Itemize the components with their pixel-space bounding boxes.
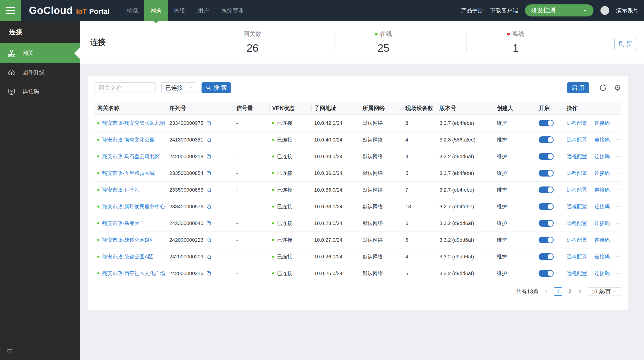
gateway-name-link[interactable]: 翔安市政-翔安交警大队北侧 <box>102 120 165 127</box>
enable-toggle[interactable] <box>538 237 554 243</box>
connect-code-link[interactable]: 连接码 <box>594 203 610 210</box>
status-dot-icon <box>97 239 100 241</box>
enable-toggle[interactable] <box>538 270 554 277</box>
remote-config-link[interactable]: 远程配置 <box>567 153 587 160</box>
more-actions-link[interactable]: ··· <box>617 153 621 159</box>
connect-code-link[interactable]: 连接码 <box>594 237 610 244</box>
gateway-name-input[interactable] <box>94 82 156 93</box>
page-button-1[interactable]: 1 <box>554 287 562 296</box>
refresh-table-button[interactable] <box>599 84 607 92</box>
connect-code-link[interactable]: 连接码 <box>594 153 610 160</box>
more-actions-link[interactable]: ··· <box>617 187 621 193</box>
enable-toggle[interactable] <box>538 220 554 227</box>
more-actions-link[interactable]: ··· <box>617 254 621 260</box>
remote-config-link[interactable]: 远程配置 <box>567 203 587 210</box>
enable-toggle[interactable] <box>538 153 554 160</box>
env-selector-dropdown[interactable]: 研发挂测 <box>525 5 594 17</box>
creator-cell: 维护 <box>494 203 536 210</box>
gateway-name-link[interactable]: 翔安市政-新圩便民服务中心 <box>102 203 165 210</box>
sidebar-item-label: 网关 <box>22 49 34 57</box>
remote-config-link[interactable]: 远程配置 <box>567 253 587 260</box>
gateway-name-link[interactable]: 翔安市政-五星路贡香城 <box>102 170 155 177</box>
collapse-sidebar-button[interactable] <box>6 347 14 356</box>
copy-serial-button[interactable] <box>206 271 212 276</box>
more-actions-link[interactable]: ··· <box>617 237 621 243</box>
enable-toggle[interactable] <box>538 187 554 193</box>
copy-serial-button[interactable] <box>206 237 212 243</box>
search-button[interactable]: 搜 索 <box>202 82 231 93</box>
more-actions-link[interactable]: ··· <box>617 204 621 210</box>
remote-config-link[interactable]: 远程配置 <box>567 237 587 244</box>
enable-toggle[interactable] <box>538 170 554 176</box>
enable-toggle[interactable] <box>538 136 554 143</box>
remote-config-link[interactable]: 远程配置 <box>567 220 587 227</box>
remote-config-link[interactable]: 远程配置 <box>567 170 587 177</box>
more-actions-link[interactable]: ··· <box>617 270 621 276</box>
network-cell: 默认网络 <box>360 136 402 143</box>
remote-config-link[interactable]: 远程配置 <box>567 136 587 143</box>
gateway-name-link[interactable]: 翔安市政-前庵文化公园 <box>102 136 155 143</box>
more-actions-link[interactable]: ··· <box>617 170 621 176</box>
gateway-name-link[interactable]: 翔安市政-乌石盘公司北区 <box>102 153 160 160</box>
page-button-2[interactable]: 2 <box>567 288 572 295</box>
enable-button[interactable]: 启 用 <box>567 82 589 93</box>
gateway-name-link[interactable]: 翔安市政-鼓锣公园B区 <box>102 237 153 244</box>
more-actions-link[interactable]: ··· <box>617 120 621 126</box>
copy-serial-button[interactable] <box>206 120 212 126</box>
enable-toggle[interactable] <box>538 203 554 210</box>
more-actions-link[interactable]: ··· <box>617 137 621 143</box>
product-manual-link[interactable]: 产品手册 <box>461 7 483 14</box>
copy-serial-button[interactable] <box>206 170 212 176</box>
copy-serial-button[interactable] <box>206 154 212 159</box>
copy-serial-button[interactable] <box>206 204 212 209</box>
nav-item-overview[interactable]: 概览 <box>121 0 144 21</box>
nav-item-system-admin[interactable]: 系统管理 <box>215 0 250 21</box>
refresh-stats-button[interactable]: 刷 新 <box>614 38 636 50</box>
connect-code-link[interactable]: 连接码 <box>594 120 610 127</box>
remote-config-link[interactable]: 远程配置 <box>567 120 587 127</box>
sidebar-item-firmware-upgrade[interactable]: 固件升级 <box>0 63 80 82</box>
page-size-select[interactable]: 10 条/页 <box>588 287 621 296</box>
menu-toggle-button[interactable] <box>0 0 20 21</box>
chevron-down-icon <box>188 85 193 90</box>
copy-serial-button[interactable] <box>206 254 212 259</box>
connect-code-link[interactable]: 连接码 <box>594 253 610 260</box>
avatar[interactable] <box>600 6 609 15</box>
sidebar-item-connect-code[interactable]: 连接码 <box>0 82 80 101</box>
download-client-link[interactable]: 下载客户端 <box>490 7 518 14</box>
gateway-name-link[interactable]: 翔安市政-西亭社区文化广场 <box>102 270 165 277</box>
toggle-knob <box>548 187 553 193</box>
remote-config-link[interactable]: 远程配置 <box>567 270 587 277</box>
gateway-name-link[interactable]: 翔安市政-种子站 <box>102 187 140 194</box>
prev-page-button[interactable] <box>544 289 549 294</box>
version-cell: 3.2.7 (eb4febe) <box>437 204 494 210</box>
connect-code-link[interactable]: 连接码 <box>594 170 610 177</box>
gateway-name-link[interactable]: 翔安市政-鼓锣公园A区 <box>102 253 153 260</box>
gateway-name-link[interactable]: 翔安市政-马巷大千 <box>102 220 144 227</box>
connect-code-link[interactable]: 连接码 <box>594 136 610 143</box>
enable-toggle[interactable] <box>538 120 554 126</box>
remote-config-link[interactable]: 远程配置 <box>567 187 587 194</box>
nav-item-gateway[interactable]: 网关 <box>144 0 168 21</box>
next-page-button[interactable] <box>578 289 582 294</box>
connect-code-link[interactable]: 连接码 <box>594 220 610 227</box>
env-selector-value: 研发挂测 <box>531 6 555 14</box>
more-actions-link[interactable]: ··· <box>617 220 621 226</box>
gateway-table-card: 已连接 搜 索 启 用 ⚙ 网关名称 序列号 信号量 VPN状态 <box>88 76 628 310</box>
nav-item-network[interactable]: 网络 <box>168 0 192 21</box>
account-name[interactable]: 演示账号 <box>616 7 638 14</box>
app-logo: GoCloud IoT Portal <box>29 5 110 16</box>
sidebar-item-gateway[interactable]: 网关 <box>0 43 80 63</box>
connect-code-link[interactable]: 连接码 <box>594 187 610 194</box>
enable-toggle[interactable] <box>538 253 554 260</box>
col-device-count: 现场设备数 <box>402 102 437 114</box>
connection-filter-select[interactable]: 已连接 <box>161 82 196 93</box>
nav-item-users[interactable]: 用户 <box>192 0 215 21</box>
actions-cell: 远程配置 连接码 ··· <box>564 220 621 227</box>
copy-serial-button[interactable] <box>206 137 212 142</box>
copy-serial-button[interactable] <box>206 221 212 226</box>
copy-serial-button[interactable] <box>206 187 212 193</box>
table-settings-button[interactable]: ⚙ <box>614 84 621 92</box>
signal-cell: - <box>234 270 270 276</box>
connect-code-link[interactable]: 连接码 <box>594 270 610 277</box>
